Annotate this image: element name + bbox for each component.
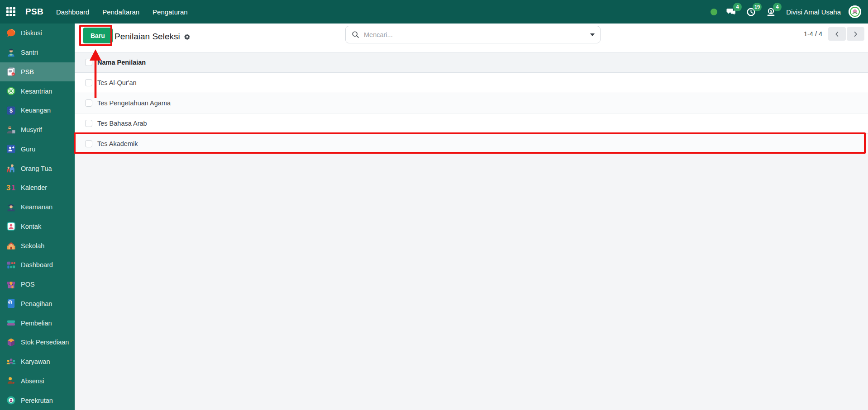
sidebar-item-label: Diskusi <box>21 29 42 37</box>
row-checkbox[interactable] <box>85 79 92 86</box>
sidebar-item-penagihan[interactable]: $Penagihan <box>0 294 75 314</box>
calendar-icon: 31 <box>6 183 16 193</box>
row-name-cell: Tes Pengetahuan Agama <box>97 99 171 107</box>
page-title-text: Penilaian Seleksi <box>114 31 180 42</box>
row-checkbox[interactable] <box>85 120 92 127</box>
search-input[interactable] <box>359 26 584 43</box>
mentor-icon <box>6 125 16 135</box>
list-view: Nama Penilaian Tes Al-Qur'anTes Pengetah… <box>75 52 868 154</box>
sidebar-item-diskusi[interactable]: Diskusi <box>0 24 75 43</box>
svg-text:$: $ <box>10 108 13 114</box>
revenues-icon[interactable]: $ 4 <box>765 6 777 18</box>
sidebar-item-pos[interactable]: POS <box>0 275 75 294</box>
contacts-icon <box>6 221 16 231</box>
activities-icon[interactable]: 19 <box>745 6 757 18</box>
revenues-badge: 4 <box>773 3 782 11</box>
sidebar-item-label: Keuangan <box>21 107 51 114</box>
sidebar-item-keuangan[interactable]: $Keuangan <box>0 101 75 120</box>
pager-prev-button[interactable] <box>828 27 846 41</box>
student-icon <box>6 47 16 58</box>
sidebar-item-label: Dashboard <box>21 261 53 269</box>
messages-badge: 4 <box>733 3 742 11</box>
sidebar-item-label: Karyawan <box>21 358 50 365</box>
activities-badge: 19 <box>753 3 762 11</box>
sidebar-item-perekrutan[interactable]: Perekrutan <box>0 391 75 410</box>
sidebar-item-psb[interactable]: PSB <box>0 62 75 82</box>
sidebar-item-santri[interactable]: Santri <box>0 43 75 62</box>
table-row[interactable]: Tes Pengetahuan Agama <box>75 93 868 113</box>
sidebar-item-label: Penagihan <box>21 300 52 307</box>
dashboard-icon <box>6 260 16 270</box>
column-header: Nama Penilaian <box>97 59 146 66</box>
row-name-cell: Tes Bahasa Arab <box>97 120 147 127</box>
row-checkbox[interactable] <box>85 140 92 147</box>
svg-text:$: $ <box>770 9 772 14</box>
sidebar-item-label: Santri <box>21 49 38 56</box>
sidebar-item-label: Kesantrian <box>21 88 52 95</box>
sidebar-item-sekolah[interactable]: Sekolah <box>0 236 75 255</box>
chevron-left-icon <box>834 31 840 38</box>
sidebar-item-kalender[interactable]: 31Kalender <box>0 178 75 198</box>
sidebar-item-absensi[interactable]: Absensi <box>0 372 75 391</box>
user-menu[interactable]: Divisi Amal Usaha <box>786 8 841 16</box>
pager-next-button[interactable] <box>847 27 864 41</box>
navbar-left: PSB DashboardPendaftaranPengaturan <box>0 6 189 18</box>
sidebar-item-karyawan[interactable]: Karyawan <box>0 352 75 372</box>
sidebar-item-label: POS <box>21 281 35 288</box>
avatar[interactable] <box>849 5 861 18</box>
sidebar-item-stok-persediaan[interactable]: Stok Persediaan <box>0 333 75 352</box>
sidebar-item-label: Kontak <box>21 223 41 230</box>
table-row[interactable]: Tes Akademik <box>75 134 868 154</box>
chat-icon <box>6 28 16 38</box>
navbar-systray: 4 19 $ 4 Divisi Amal Usaha <box>711 5 868 18</box>
sidebar-item-label: Keamanan <box>21 203 52 211</box>
select-all-checkbox[interactable] <box>85 59 92 66</box>
security-icon <box>6 202 16 212</box>
new-button[interactable]: Baru <box>83 28 113 43</box>
pager-range: 1-4 / 4 <box>804 30 822 38</box>
attendance-icon <box>6 376 16 386</box>
sidebar-item-label: Absensi <box>21 377 44 385</box>
svg-text:1: 1 <box>11 184 15 192</box>
sidebar-item-kesantrian[interactable]: Kesantrian <box>0 81 75 101</box>
top-navbar: PSB DashboardPendaftaranPengaturan 4 19 … <box>0 0 868 24</box>
sidebar-item-pembelian[interactable]: Pembelian <box>0 313 75 333</box>
apps-menu-icon[interactable] <box>6 7 15 16</box>
employees-icon <box>6 357 16 367</box>
app-name[interactable]: PSB <box>25 7 43 17</box>
teacher-icon <box>6 144 16 154</box>
nav-menu-pendaftaran[interactable]: Pendaftaran <box>101 6 140 18</box>
messages-icon[interactable]: 4 <box>725 6 737 18</box>
row-checkbox[interactable] <box>85 99 92 107</box>
settings-gear-icon[interactable] <box>184 33 191 40</box>
nav-menu-dashboard[interactable]: Dashboard <box>55 6 90 18</box>
sidebar: DiskusiSantriPSBKesantrian$KeuanganMusyr… <box>0 24 75 410</box>
sidebar-item-musyrif[interactable]: Musyrif <box>0 120 75 140</box>
sidebar-item-kontak[interactable]: Kontak <box>0 217 75 236</box>
registration-icon <box>6 66 16 77</box>
table-row[interactable]: Tes Al-Qur'an <box>75 73 868 93</box>
table-row[interactable]: Tes Bahasa Arab <box>75 113 868 134</box>
sidebar-item-keamanan[interactable]: Keamanan <box>0 198 75 217</box>
sidebar-item-label: Perekrutan <box>21 397 53 404</box>
sidebar-item-label: Sekolah <box>21 242 44 250</box>
sidebar-item-guru[interactable]: Guru <box>0 140 75 159</box>
sidebar-item-label: Musyrif <box>21 126 42 133</box>
search-dropdown-toggle[interactable] <box>584 26 600 43</box>
parents-icon <box>6 163 16 174</box>
sidebar-item-label: Kalender <box>21 184 47 191</box>
sidebar-item-label: Orang Tua <box>21 165 52 172</box>
svg-text:3: 3 <box>6 184 10 192</box>
sidebar-item-label: Stok Persediaan <box>21 339 69 346</box>
sidebar-item-orang-tua[interactable]: Orang Tua <box>0 159 75 178</box>
sidebar-item-dashboard[interactable]: Dashboard <box>0 255 75 275</box>
navbar-menus: DashboardPendaftaranPengaturan <box>55 6 189 18</box>
sidebar-item-label: Guru <box>21 146 35 153</box>
nav-menu-pengaturan[interactable]: Pengaturan <box>152 6 189 18</box>
main-content: Baru Penilaian Seleksi <box>75 24 868 410</box>
svg-text:$: $ <box>9 301 11 305</box>
control-panel: Baru Penilaian Seleksi <box>75 24 868 52</box>
search-icon <box>352 31 359 38</box>
pesantren-logo-icon <box>6 86 16 96</box>
sidebar-item-label: PSB <box>21 68 34 75</box>
